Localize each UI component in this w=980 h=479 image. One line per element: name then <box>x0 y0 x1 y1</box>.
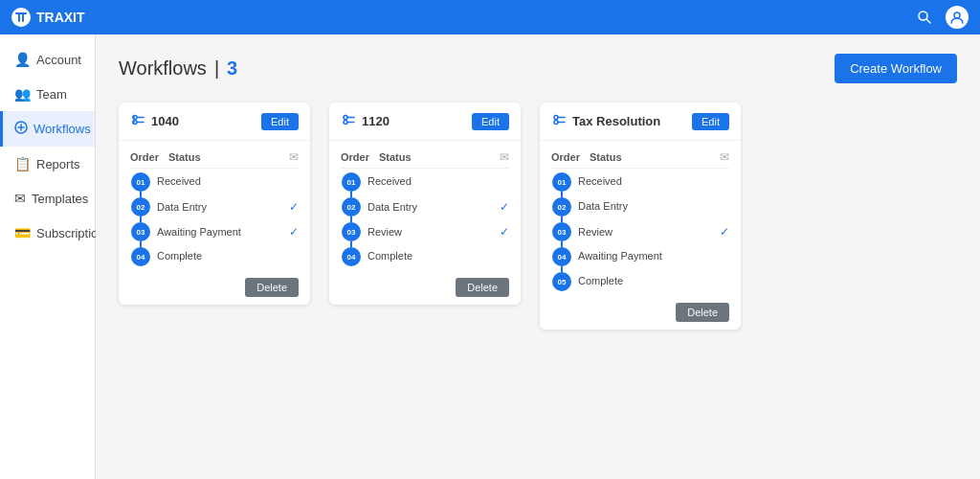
col-status-label-1120: Status <box>379 151 500 163</box>
workflow-icon-tax-resolution <box>551 112 567 130</box>
table-row: 02 Data Entry ✓ <box>341 197 509 222</box>
step-label: Received <box>578 175 729 187</box>
sidebar-item-workflows[interactable]: Workflows <box>0 111 95 147</box>
table-row: 01 Received <box>341 172 509 197</box>
sidebar-item-templates[interactable]: ✉ Templates <box>0 181 95 216</box>
page-header: Workflows | 3 Create Workflow <box>119 54 957 83</box>
card-title-1040: 1040 <box>130 112 179 130</box>
search-icon[interactable] <box>913 6 936 29</box>
col-status-label-1040: Status <box>168 151 289 163</box>
delete-button-tax-resolution[interactable]: Delete <box>676 303 729 322</box>
table-row: 05 Complete <box>551 272 729 295</box>
main-layout: 👤 Account 👥 Team Workflows 📋 Reports ✉ T… <box>0 34 980 479</box>
step-label: Complete <box>368 250 509 262</box>
step-badge: 01 <box>552 172 571 192</box>
check-icon: ✓ <box>289 225 299 239</box>
col-order-label-1120: Order <box>341 151 379 163</box>
templates-icon: ✉ <box>14 191 26 206</box>
sidebar-item-reports-label: Reports <box>36 157 80 171</box>
app-logo: TRAXIT <box>11 8 85 27</box>
subscription-icon: 💳 <box>14 225 31 240</box>
step-label: Received <box>157 175 299 187</box>
step-badge: 05 <box>552 272 571 291</box>
step-badge: 03 <box>342 222 361 241</box>
card-footer-1040: Delete <box>119 270 310 305</box>
logo-icon <box>11 8 31 27</box>
step-label: Awaiting Payment <box>578 250 729 262</box>
page-title-separator: | <box>214 57 219 80</box>
sidebar-item-subscription[interactable]: 💳 Subscription <box>0 216 95 250</box>
envelope-icon-1040: ✉ <box>289 150 299 164</box>
step-badge: 03 <box>131 222 150 241</box>
workflow-icon-1120 <box>341 112 356 130</box>
check-icon: ✓ <box>500 225 509 239</box>
step-label: Data Entry <box>157 201 289 213</box>
sidebar-item-team[interactable]: 👥 Team <box>0 77 95 111</box>
card-title-tax-resolution: Tax Resolution <box>551 112 660 130</box>
page-title-count: 3 <box>227 57 237 80</box>
card-title-tax-resolution-text: Tax Resolution <box>572 114 660 128</box>
step-badge: 03 <box>552 222 571 241</box>
card-header-1120: 1120 Edit <box>329 103 521 141</box>
table-row: 04 Complete <box>341 247 509 270</box>
sidebar-item-workflows-label: Workflows <box>33 122 91 136</box>
card-footer-tax-resolution: Delete <box>540 295 741 330</box>
envelope-icon-1120: ✉ <box>500 150 509 164</box>
team-icon: 👥 <box>14 86 31 102</box>
edit-button-1040[interactable]: Edit <box>261 113 299 130</box>
topbar-actions <box>913 6 969 29</box>
card-title-1120: 1120 <box>341 112 390 130</box>
step-label: Awaiting Payment <box>157 226 289 238</box>
table-header-1120: Order Status ✉ <box>341 147 509 169</box>
account-icon: 👤 <box>14 52 31 67</box>
check-icon: ✓ <box>500 200 509 214</box>
step-label: Received <box>368 175 509 187</box>
edit-button-1120[interactable]: Edit <box>472 113 509 130</box>
sidebar-item-subscription-label: Subscription <box>36 226 105 240</box>
step-label: Complete <box>578 275 729 286</box>
workflow-card-1120: 1120 Edit Order Status ✉ 01 <box>329 103 521 305</box>
card-title-1040-text: 1040 <box>151 114 179 128</box>
workflow-icon-1040 <box>130 112 145 130</box>
sidebar-item-team-label: Team <box>36 87 67 102</box>
check-icon: ✓ <box>289 200 299 214</box>
table-header-1040: Order Status ✉ <box>130 147 299 169</box>
page-title-text: Workflows <box>119 57 207 80</box>
main-content: Workflows | 3 Create Workflow <box>96 34 980 479</box>
envelope-icon-tax-resolution: ✉ <box>720 150 729 164</box>
check-icon: ✓ <box>720 225 729 239</box>
delete-button-1040[interactable]: Delete <box>245 278 299 297</box>
step-label: Review <box>368 226 500 238</box>
page-title: Workflows | 3 <box>119 57 237 80</box>
col-order-label-tax-resolution: Order <box>551 151 590 163</box>
table-row: 04 Awaiting Payment <box>551 247 729 272</box>
table-row: 04 Complete <box>130 247 299 270</box>
table-row: 02 Data Entry <box>551 197 729 222</box>
sidebar-item-account[interactable]: 👤 Account <box>0 42 95 77</box>
topbar: TRAXIT <box>0 0 980 34</box>
create-workflow-button[interactable]: Create Workflow <box>835 54 957 83</box>
table-row: 03 Review ✓ <box>551 222 729 247</box>
sidebar-item-reports[interactable]: 📋 Reports <box>0 147 95 181</box>
step-badge: 04 <box>552 247 571 266</box>
card-header-tax-resolution: Tax Resolution Edit <box>540 103 741 141</box>
table-row: 03 Awaiting Payment ✓ <box>130 222 299 247</box>
step-label: Complete <box>157 250 299 262</box>
step-badge: 02 <box>552 197 571 217</box>
workflow-card-1040: 1040 Edit Order Status ✉ 01 <box>119 103 310 305</box>
workflow-card-tax-resolution: Tax Resolution Edit Order Status ✉ 01 <box>540 103 741 330</box>
step-label: Data Entry <box>368 201 500 213</box>
delete-button-1120[interactable]: Delete <box>456 278 509 297</box>
user-avatar[interactable] <box>946 6 969 29</box>
sidebar-item-account-label: Account <box>36 53 81 67</box>
workflows-icon <box>14 121 28 137</box>
step-label: Data Entry <box>578 200 729 212</box>
svg-line-1 <box>926 19 930 23</box>
step-badge: 02 <box>131 197 150 217</box>
step-badge: 01 <box>342 172 361 192</box>
sidebar-item-templates-label: Templates <box>32 192 88 206</box>
svg-point-2 <box>954 12 960 18</box>
step-label: Review <box>578 226 720 238</box>
edit-button-tax-resolution[interactable]: Edit <box>692 113 729 130</box>
step-badge: 01 <box>131 172 150 192</box>
